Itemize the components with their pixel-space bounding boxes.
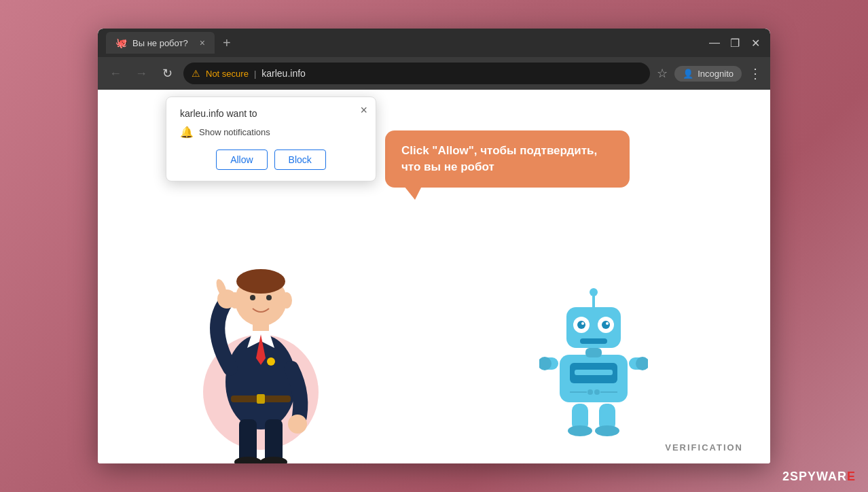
person-figure xyxy=(193,232,329,463)
browser-window: 🐙 Вы не робот? × + — ❐ ✕ ← → ↻ ⚠ Not sec… xyxy=(98,29,770,463)
title-bar: 🐙 Вы не робот? × + — ❐ ✕ xyxy=(98,29,770,57)
tab-title: Вы не робот? xyxy=(132,38,188,48)
close-button[interactable]: ✕ xyxy=(748,37,762,50)
svg-rect-32 xyxy=(575,370,613,375)
robot-figure xyxy=(539,287,648,436)
svg-point-2 xyxy=(236,269,285,294)
new-tab-button[interactable]: + xyxy=(219,35,235,51)
title-bar-left: 🐙 Вы не робот? × + xyxy=(106,32,702,54)
incognito-label: Incognito xyxy=(698,69,734,79)
svg-point-39 xyxy=(568,425,592,436)
svg-point-45 xyxy=(594,389,600,395)
window-controls: — ❐ ✕ xyxy=(708,37,762,50)
svg-rect-41 xyxy=(585,348,602,357)
svg-rect-17 xyxy=(257,394,265,404)
allow-button[interactable]: Allow xyxy=(216,150,267,170)
popup-title: karleu.info want to xyxy=(180,108,362,119)
maximize-button[interactable]: ❐ xyxy=(728,37,742,50)
url-display: karleu.info xyxy=(261,68,306,79)
block-button[interactable]: Block xyxy=(274,150,326,170)
svg-point-28 xyxy=(606,322,609,325)
svg-point-3 xyxy=(250,295,255,300)
bell-icon: 🔔 xyxy=(180,126,194,139)
minimize-button[interactable]: — xyxy=(708,37,721,49)
popup-notification-row: 🔔 Show notifications xyxy=(180,126,362,139)
incognito-badge: 👤 Incognito xyxy=(674,66,742,82)
svg-point-14 xyxy=(234,457,261,463)
svg-point-6 xyxy=(281,292,292,309)
svg-point-18 xyxy=(267,357,275,366)
browser-menu-button[interactable]: ⋮ xyxy=(748,65,762,82)
browser-tab[interactable]: 🐙 Вы не робот? × xyxy=(106,32,215,54)
bookmark-button[interactable]: ☆ xyxy=(657,66,668,81)
tab-close-button[interactable]: × xyxy=(200,37,205,48)
speech-bubble-text: Click "Allow", чтобы подтвердить, что вы… xyxy=(401,144,597,173)
security-warning-icon: ⚠ xyxy=(192,68,200,79)
svg-point-11 xyxy=(288,415,307,434)
svg-point-15 xyxy=(260,457,287,463)
svg-rect-29 xyxy=(580,338,607,344)
watermark-text2: E xyxy=(847,470,856,483)
svg-point-44 xyxy=(587,389,593,395)
svg-point-25 xyxy=(577,321,585,329)
svg-point-27 xyxy=(581,322,584,325)
svg-point-4 xyxy=(266,295,272,300)
incognito-icon: 👤 xyxy=(683,69,693,79)
watermark-text1: 2SPYWAR xyxy=(782,470,847,483)
verification-text: VERIFICATION xyxy=(665,442,743,453)
forward-button[interactable]: → xyxy=(132,67,151,81)
refresh-button[interactable]: ↻ xyxy=(158,66,177,81)
address-bar: ← → ↻ ⚠ Not secure | karleu.info ☆ 👤 Inc… xyxy=(98,57,770,90)
svg-point-40 xyxy=(595,425,619,436)
popup-close-button[interactable]: × xyxy=(360,104,367,116)
back-button[interactable]: ← xyxy=(106,67,125,81)
speech-bubble: Click "Allow", чтобы подтвердить, что вы… xyxy=(385,130,630,188)
popup-buttons: Allow Block xyxy=(180,150,362,170)
security-label: Not secure xyxy=(206,69,249,79)
address-display[interactable]: ⚠ Not secure | karleu.info xyxy=(183,63,650,84)
address-bar-right: ☆ 👤 Incognito ⋮ xyxy=(657,65,762,82)
page-content: × karleu.info want to 🔔 Show notificatio… xyxy=(98,90,770,463)
watermark: 2SPYWARE xyxy=(782,470,856,484)
url-separator: | xyxy=(254,69,256,79)
svg-point-26 xyxy=(602,321,610,329)
popup-notification-text: Show notifications xyxy=(199,127,270,137)
notification-popup: × karleu.info want to 🔔 Show notificatio… xyxy=(166,96,376,181)
svg-point-21 xyxy=(590,288,598,296)
tab-favicon: 🐙 xyxy=(115,37,127,48)
